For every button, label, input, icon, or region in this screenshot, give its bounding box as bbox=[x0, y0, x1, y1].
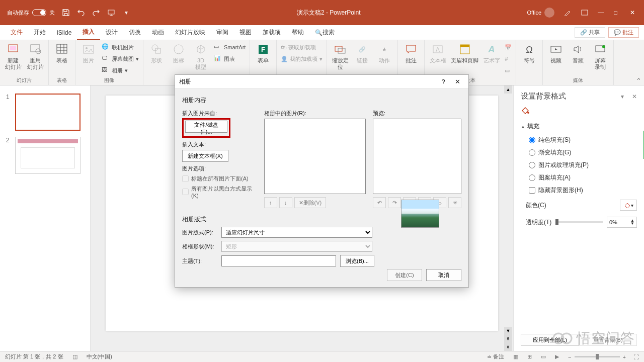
picture-button[interactable]: 图片 bbox=[79, 42, 98, 64]
forms-button[interactable]: F表单 bbox=[254, 42, 272, 64]
icons-button[interactable]: 图标 bbox=[170, 42, 188, 64]
screen-rec-button[interactable]: 屏幕 录制 bbox=[591, 42, 609, 70]
notes-button[interactable]: ≐ 备注 bbox=[487, 353, 504, 360]
tab-view[interactable]: 视图 bbox=[234, 25, 257, 40]
fill-tool-icon[interactable] bbox=[521, 106, 637, 115]
album-button[interactable]: 🖼相册 ▾ bbox=[102, 65, 139, 75]
maximize-icon[interactable]: □ bbox=[614, 9, 621, 16]
ribbon-options-icon[interactable] bbox=[581, 9, 589, 17]
save-icon[interactable] bbox=[62, 9, 70, 17]
hide-bg-option[interactable]: 隐藏背景图形(H) bbox=[521, 184, 637, 197]
link-button[interactable]: 🔗链接 bbox=[353, 42, 371, 64]
reuse-slide-button[interactable]: 重用 幻灯片 bbox=[26, 42, 44, 70]
all-bw-checkbox[interactable]: 所有图片以黑白方式显示(K) bbox=[182, 185, 257, 199]
slide-number-button[interactable]: # bbox=[505, 54, 512, 64]
rotate-left-button[interactable]: ↶ bbox=[373, 197, 386, 208]
caption-below-checkbox[interactable]: 标题在所有图片下面(A) bbox=[182, 175, 257, 183]
cancel-button[interactable]: 取消 bbox=[426, 269, 461, 281]
action-button[interactable]: ★动作 bbox=[375, 42, 393, 64]
gradient-fill-option[interactable]: 渐变填充(G) bbox=[521, 146, 637, 159]
symbol-button[interactable]: Ω符号 bbox=[520, 42, 538, 64]
zoom-out-icon[interactable]: − bbox=[568, 354, 571, 360]
normal-view-icon[interactable]: ▦ bbox=[513, 353, 518, 360]
language-label[interactable]: 中文(中国) bbox=[87, 353, 112, 360]
accessibility-icon[interactable]: ◫ bbox=[72, 353, 77, 360]
transparency-slider[interactable] bbox=[555, 221, 603, 223]
new-textbox-button[interactable]: 新建文本框(X) bbox=[182, 150, 228, 162]
collapse-ribbon-icon[interactable]: ^ bbox=[633, 75, 644, 85]
color-picker[interactable]: ▾ bbox=[620, 200, 637, 211]
sorter-view-icon[interactable]: ⊞ bbox=[527, 353, 532, 360]
dialog-titlebar[interactable]: 相册 ? ✕ bbox=[175, 75, 468, 89]
tab-help[interactable]: 帮助 bbox=[286, 25, 309, 40]
object-button[interactable]: ▭ bbox=[505, 65, 512, 75]
qat-more-icon[interactable]: ▾ bbox=[122, 9, 130, 17]
fill-section-header[interactable]: ▲填充 bbox=[521, 122, 637, 131]
zoom-button[interactable]: 缩放定 位 bbox=[331, 42, 349, 70]
theme-input[interactable] bbox=[221, 255, 336, 266]
tab-home[interactable]: 开始 bbox=[28, 25, 51, 40]
reading-view-icon[interactable]: ▭ bbox=[541, 353, 546, 360]
screenshot-button[interactable]: 🖵屏幕截图 ▾ bbox=[102, 54, 139, 64]
close-icon[interactable]: ✕ bbox=[630, 9, 637, 16]
date-button[interactable]: 📅 bbox=[505, 42, 512, 52]
next-slide-icon[interactable]: ⇟ bbox=[504, 343, 512, 351]
browse-button[interactable]: 浏览(B)... bbox=[340, 255, 374, 267]
tab-search[interactable]: 🔍 搜索 bbox=[309, 25, 340, 40]
scroll-down-icon[interactable]: ▼ bbox=[504, 327, 512, 335]
audio-button[interactable]: 音频 bbox=[569, 42, 587, 64]
tab-transition[interactable]: 切换 bbox=[123, 25, 146, 40]
brightness-down-button[interactable]: ✳ bbox=[448, 197, 461, 208]
tab-slideshow[interactable]: 幻灯片放映 bbox=[170, 25, 211, 40]
panel-dropdown-icon[interactable]: ▾ bbox=[621, 93, 624, 100]
create-button[interactable]: 创建(C) bbox=[387, 269, 422, 281]
slideshow-view-icon[interactable]: ▶ bbox=[555, 353, 559, 360]
comments-button[interactable]: 💬 批注 bbox=[608, 27, 639, 38]
video-button[interactable]: 视频 bbox=[547, 42, 565, 64]
move-down-button[interactable]: ↓ bbox=[279, 197, 292, 208]
get-addins-button[interactable]: 🛍 获取加载项 bbox=[281, 42, 323, 52]
office-account[interactable]: Office bbox=[527, 8, 554, 18]
undo-icon[interactable] bbox=[77, 9, 85, 17]
new-slide-button[interactable]: 新建 幻灯片 bbox=[4, 42, 22, 70]
vertical-scrollbar[interactable]: ▲ ▼ ⇞ ⇟ bbox=[504, 85, 512, 351]
zoom-control[interactable]: − + ⛶ bbox=[568, 354, 639, 360]
redo-icon[interactable] bbox=[92, 9, 100, 17]
thumbnail-slide-2[interactable]: 2 bbox=[0, 134, 90, 177]
tab-file[interactable]: 文件 bbox=[5, 25, 28, 40]
online-pic-button[interactable]: 🌐联机图片 bbox=[102, 42, 139, 52]
fit-window-icon[interactable]: ⛶ bbox=[633, 354, 639, 360]
scroll-up-icon[interactable]: ▲ bbox=[504, 85, 512, 94]
dialog-close-icon[interactable]: ✕ bbox=[450, 78, 464, 85]
pattern-fill-option[interactable]: 图案填充(A) bbox=[521, 171, 637, 184]
move-up-button[interactable]: ↑ bbox=[264, 197, 277, 208]
my-addins-button[interactable]: 👤 我的加载项 ▾ bbox=[281, 54, 323, 64]
tab-design[interactable]: 设计 bbox=[100, 25, 123, 40]
thumbnail-slide-1[interactable]: 1 bbox=[0, 90, 90, 134]
autosave-toggle[interactable]: 自动保存 关 bbox=[7, 9, 55, 17]
model3d-button[interactable]: 3D 模型 bbox=[192, 42, 210, 70]
tab-islide[interactable]: iSlide bbox=[51, 25, 77, 40]
textbox-button[interactable]: A文本框 bbox=[429, 42, 447, 64]
panel-close-icon[interactable]: ✕ bbox=[632, 93, 637, 100]
prev-slide-icon[interactable]: ⇞ bbox=[504, 335, 512, 343]
pen-icon[interactable] bbox=[564, 9, 572, 17]
tab-animation[interactable]: 动画 bbox=[146, 25, 170, 40]
tab-insert[interactable]: 插入 bbox=[77, 25, 100, 40]
zoom-value[interactable] bbox=[629, 354, 630, 360]
tab-addins[interactable]: 加载项 bbox=[257, 25, 286, 40]
slideshow-icon[interactable] bbox=[107, 9, 115, 17]
shapes-button[interactable]: 形状 bbox=[147, 42, 166, 64]
solid-fill-option[interactable]: 纯色填充(S) bbox=[521, 134, 637, 146]
header-footer-button[interactable]: 页眉和页脚 bbox=[451, 42, 478, 64]
chart-button[interactable]: 📊图表 bbox=[214, 54, 246, 64]
smartart-button[interactable]: ▭SmartArt bbox=[214, 42, 246, 52]
reset-bg-button[interactable]: 重置背景(B) bbox=[579, 334, 637, 346]
transparency-spinner[interactable]: 0%▲▼ bbox=[607, 217, 637, 228]
remove-button[interactable]: ✕ 删除(V) bbox=[294, 197, 327, 208]
minimize-icon[interactable]: — bbox=[598, 9, 605, 16]
share-button[interactable]: 🔗 共享 bbox=[575, 27, 605, 38]
dialog-help-icon[interactable]: ? bbox=[436, 78, 450, 85]
apply-all-button[interactable]: 应用到全部(L) bbox=[521, 334, 579, 346]
pic-layout-select[interactable]: 适应幻灯片尺寸 bbox=[221, 227, 372, 238]
